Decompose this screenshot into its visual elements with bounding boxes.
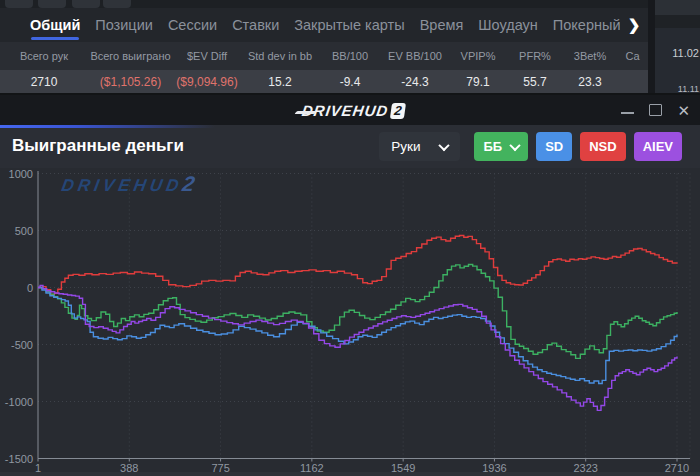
stat-value: 55.7 <box>507 75 563 89</box>
stats-window: ОбщийПозицииСессииСтавкиЗакрытые картыВр… <box>0 0 648 95</box>
y-axis-label: 500 <box>15 225 33 237</box>
logo-text: DRIVEHUD <box>301 102 390 119</box>
tab-Закрытые карты[interactable]: Закрытые карты <box>294 17 404 33</box>
background-side-panel: 11.02 11.11 <box>655 0 700 95</box>
chart-window: DRIVEHUD 2 ✕ Выигранные деньги РукиББSDN… <box>0 95 700 476</box>
y-axis-label: -500 <box>11 339 33 351</box>
tab-Позиции[interactable]: Позиции <box>95 17 153 33</box>
chart-controls: РукиББSDNSDAIEV <box>379 132 682 161</box>
stat-value: ($1,105.26) <box>88 75 173 89</box>
tab-Общий[interactable]: Общий <box>30 17 80 33</box>
window-edge-gap <box>648 0 655 95</box>
stats-tab-bar: ОбщийПозицииСессииСтавкиЗакрытые картыВр… <box>0 8 648 42</box>
y-axis-label: 0 <box>27 282 33 294</box>
stat-value: 23.3 <box>563 75 617 89</box>
stat-value: 2710 <box>0 75 88 89</box>
window-button-stub <box>5 0 33 8</box>
window-bottom-edge <box>0 472 700 476</box>
series-line-NSD <box>38 236 677 295</box>
window-button-stub <box>72 0 100 8</box>
stats-value-row: 2710($1,105.26)($9,094.96)15.2-9.4-24.37… <box>0 70 648 93</box>
stat-value: -9.4 <box>319 75 381 89</box>
stat-value: 15.2 <box>241 75 319 89</box>
chevron-down-icon <box>509 139 520 150</box>
stat-header: PFR% <box>507 50 563 62</box>
hands-dropdown-label: Руки <box>391 139 420 154</box>
stat-header: Std dev in bb <box>241 50 319 62</box>
window-button-stub <box>103 0 131 8</box>
stat-header: BB/100 <box>319 50 381 62</box>
logo-version-badge: 2 <box>390 102 405 118</box>
stat-value: -24.3 <box>381 75 449 89</box>
tab-Шоудаун[interactable]: Шоудаун <box>478 17 538 33</box>
y-axis-label: -1000 <box>5 396 33 408</box>
stat-header: 3Bet% <box>563 50 617 62</box>
chart-title: Выигранные деньги <box>12 136 184 156</box>
tab-Ставки[interactable]: Ставки <box>232 17 279 33</box>
tab-Время[interactable]: Время <box>420 17 464 33</box>
accent-line <box>0 125 215 128</box>
stats-header-row: Всего рукВсего выиграно$EV DiffStd dev i… <box>0 42 648 70</box>
series-button-label: SD <box>545 139 563 154</box>
series-button-ББ[interactable]: ББ <box>474 132 528 161</box>
close-icon[interactable]: ✕ <box>677 103 690 118</box>
minimize-icon[interactable] <box>621 112 634 114</box>
chart-area: DRIVEHUD2 10005000-500-1000-150013887751… <box>0 168 700 476</box>
stat-header: $EV Diff <box>173 50 241 62</box>
series-button-label: ББ <box>483 139 502 154</box>
maximize-icon[interactable] <box>649 104 662 116</box>
series-line-AIEV <box>38 285 677 410</box>
tab-Сессии[interactable]: Сессии <box>168 17 217 33</box>
series-button-SD[interactable]: SD <box>536 132 572 161</box>
titlebar[interactable]: DRIVEHUD 2 ✕ <box>0 95 700 125</box>
series-button-NSD[interactable]: NSD <box>580 132 625 161</box>
stat-header: Всего выиграно <box>88 50 173 62</box>
y-axis-label: 1000 <box>9 168 33 180</box>
series-button-label: NSD <box>589 139 616 154</box>
chart-header: Выигранные деньги РукиББSDNSDAIEV <box>0 125 700 168</box>
drivehud-logo: DRIVEHUD 2 <box>295 102 406 119</box>
y-axis-label: -1500 <box>5 453 33 465</box>
stat-header: EV BB/100 <box>381 50 449 62</box>
series-button-label: AIEV <box>643 139 673 154</box>
series-button-AIEV[interactable]: AIEV <box>634 132 682 161</box>
logo-swoosh <box>294 111 317 114</box>
stat-header: Всего рук <box>0 50 88 62</box>
side-panel-strip <box>655 15 700 28</box>
stat-header: Ca <box>617 50 648 62</box>
winnings-chart-svg: 10005000-500-1000-1500138877511621549193… <box>0 168 700 476</box>
stat-value: 79.1 <box>449 75 507 89</box>
chevron-down-icon <box>439 139 450 150</box>
stat-value: ($9,094.96) <box>173 75 241 89</box>
hands-dropdown[interactable]: Руки <box>379 132 460 161</box>
window-button-stub <box>38 0 66 8</box>
series-line-SD <box>38 288 677 384</box>
side-panel-value: 11.02 <box>672 47 699 59</box>
tabs-overflow-arrow[interactable]: ❯ <box>620 8 648 42</box>
stat-header: VPIP% <box>449 50 507 62</box>
side-panel-strip <box>655 0 700 15</box>
